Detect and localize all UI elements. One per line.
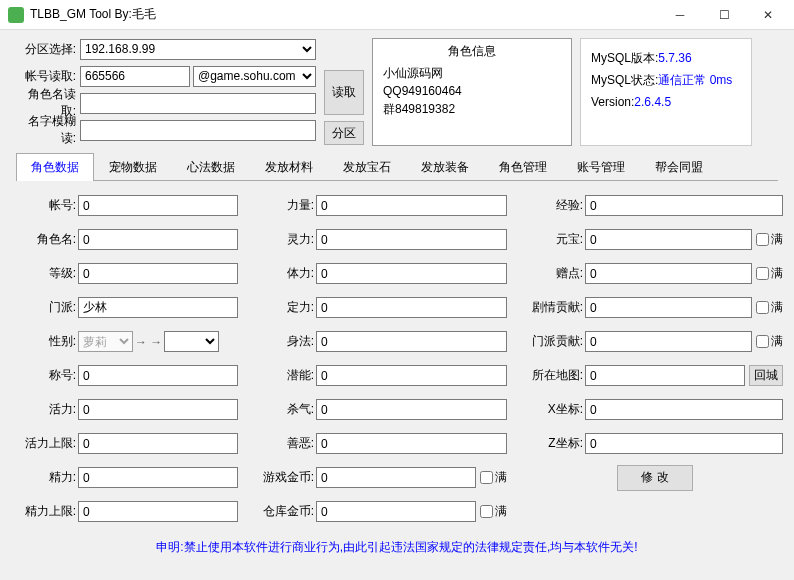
juqing-full-checkbox[interactable]: [756, 301, 769, 314]
tab-bar: 角色数据 宠物数据 心法数据 发放材料 发放宝石 发放装备 角色管理 账号管理 …: [16, 152, 778, 181]
gold-full-checkbox[interactable]: [480, 471, 493, 484]
back-city-button[interactable]: 回城: [749, 365, 783, 386]
menpai-gx-field[interactable]: [585, 331, 752, 352]
mysql-version-label: MySQL版本:: [591, 51, 658, 65]
disclaimer: 申明:禁止使用本软件进行商业行为,由此引起违法国家规定的法律规定责任,均与本软件…: [16, 539, 778, 560]
bank-full-label: 满: [495, 503, 507, 520]
charname-input[interactable]: [80, 93, 316, 114]
close-button[interactable]: ✕: [746, 1, 790, 29]
mysql-status-label: MySQL状态:: [591, 73, 658, 87]
read-button[interactable]: 读取: [324, 70, 364, 115]
juqing-label: 剧情贡献:: [527, 299, 583, 316]
title-field[interactable]: [78, 365, 238, 386]
zone-label: 分区选择:: [16, 41, 76, 58]
minimize-button[interactable]: ─: [658, 1, 702, 29]
title-label: 称号:: [20, 367, 76, 384]
menpai-label: 门派:: [20, 299, 76, 316]
tab-role-data[interactable]: 角色数据: [16, 153, 94, 181]
vigor-label: 活力:: [20, 401, 76, 418]
tab-give-equip[interactable]: 发放装备: [406, 153, 484, 181]
level-label: 等级:: [20, 265, 76, 282]
gold-label: 游戏金币:: [258, 469, 314, 486]
role-info-line1: 小仙源码网: [377, 64, 567, 82]
tab-pet-data[interactable]: 宠物数据: [94, 153, 172, 181]
exp-field[interactable]: [585, 195, 783, 216]
good-field[interactable]: [316, 433, 507, 454]
query-form: 分区选择: 192.168.9.99 帐号读取: @game.sohu.com …: [16, 38, 316, 146]
gold-field[interactable]: [316, 467, 476, 488]
tab-role-manage[interactable]: 角色管理: [484, 153, 562, 181]
energy-max-field[interactable]: [78, 501, 238, 522]
menpai-field[interactable]: [78, 297, 238, 318]
yb-full-label: 满: [771, 231, 783, 248]
bank-full-checkbox[interactable]: [480, 505, 493, 518]
account-read-label: 帐号读取:: [16, 68, 76, 85]
spi-field[interactable]: [316, 229, 507, 250]
zd-full-label: 满: [771, 265, 783, 282]
menpai-gx-full-checkbox[interactable]: [756, 335, 769, 348]
account-field[interactable]: [78, 195, 238, 216]
status-box: MySQL版本:5.7.36 MySQL状态:通信正常 0ms Version:…: [580, 38, 752, 146]
tab-give-gem[interactable]: 发放宝石: [328, 153, 406, 181]
role-info-heading: 角色信息: [377, 43, 567, 60]
account-label: 帐号:: [20, 197, 76, 214]
menpai-gx-full-label: 满: [771, 333, 783, 350]
window-title: TLBB_GM Tool By:毛毛: [30, 6, 658, 23]
good-label: 善恶:: [258, 435, 314, 452]
tab-guild[interactable]: 帮会同盟: [640, 153, 718, 181]
role-info-line2: QQ949160464: [377, 82, 567, 100]
z-label: Z坐标:: [527, 435, 583, 452]
ding-field[interactable]: [316, 297, 507, 318]
ding-label: 定力:: [258, 299, 314, 316]
mysql-status-value: 通信正常 0ms: [658, 73, 732, 87]
energy-max-label: 精力上限:: [20, 503, 76, 520]
juqing-full-label: 满: [771, 299, 783, 316]
bank-field[interactable]: [316, 501, 476, 522]
map-field[interactable]: [585, 365, 745, 386]
mysql-version-value: 5.7.36: [658, 51, 691, 65]
titlebar: TLBB_GM Tool By:毛毛 ─ ☐ ✕: [0, 0, 794, 30]
version-label: Version:: [591, 95, 634, 109]
domain-select[interactable]: @game.sohu.com: [193, 66, 316, 87]
yb-full-checkbox[interactable]: [756, 233, 769, 246]
level-field[interactable]: [78, 263, 238, 284]
zd-label: 赠点:: [527, 265, 583, 282]
energy-label: 精力:: [20, 469, 76, 486]
zone-select[interactable]: 192.168.9.99: [80, 39, 316, 60]
gender-select[interactable]: 萝莉: [78, 331, 133, 352]
charname-label: 角色名:: [20, 231, 76, 248]
account-input[interactable]: [80, 66, 190, 87]
arrow-icon: → →: [133, 335, 164, 349]
name-blur-input[interactable]: [80, 120, 316, 141]
maximize-button[interactable]: ☐: [702, 1, 746, 29]
x-field[interactable]: [585, 399, 783, 420]
zone-button[interactable]: 分区: [324, 121, 364, 145]
vigor-max-field[interactable]: [78, 433, 238, 454]
role-info-line3: 群849819382: [377, 100, 567, 118]
agi-label: 身法:: [258, 333, 314, 350]
sha-label: 杀气:: [258, 401, 314, 418]
charname-field[interactable]: [78, 229, 238, 250]
pot-label: 潜能:: [258, 367, 314, 384]
zd-full-checkbox[interactable]: [756, 267, 769, 280]
z-field[interactable]: [585, 433, 783, 454]
juqing-field[interactable]: [585, 297, 752, 318]
vigor-field[interactable]: [78, 399, 238, 420]
sha-field[interactable]: [316, 399, 507, 420]
yb-field[interactable]: [585, 229, 752, 250]
tab-account-manage[interactable]: 账号管理: [562, 153, 640, 181]
zd-field[interactable]: [585, 263, 752, 284]
gender-target-select[interactable]: [164, 331, 219, 352]
tab-xinfa-data[interactable]: 心法数据: [172, 153, 250, 181]
yb-label: 元宝:: [527, 231, 583, 248]
spi-label: 灵力:: [258, 231, 314, 248]
gender-label: 性别:: [20, 333, 76, 350]
energy-field[interactable]: [78, 467, 238, 488]
agi-field[interactable]: [316, 331, 507, 352]
con-field[interactable]: [316, 263, 507, 284]
modify-button[interactable]: 修 改: [617, 465, 693, 491]
str-field[interactable]: [316, 195, 507, 216]
pot-field[interactable]: [316, 365, 507, 386]
menpai-gx-label: 门派贡献:: [527, 333, 583, 350]
tab-give-material[interactable]: 发放材料: [250, 153, 328, 181]
